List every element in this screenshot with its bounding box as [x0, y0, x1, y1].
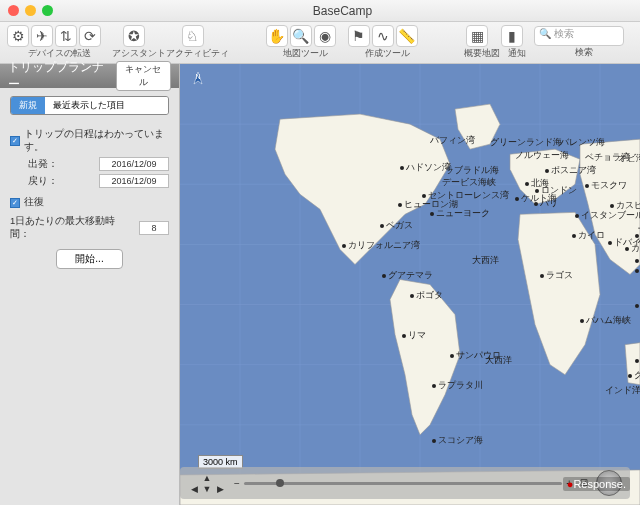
toolbar-label-activity: アクティビティ — [166, 48, 229, 60]
sync-icon[interactable]: ⇅ — [55, 25, 77, 47]
rocket-icon[interactable]: ✈ — [31, 25, 53, 47]
assistant-icon[interactable]: ✪ — [123, 25, 145, 47]
window-title: BaseCamp — [53, 4, 632, 18]
toolbar-label-assistant: アシスタント — [112, 48, 166, 60]
start-button[interactable]: 開始... — [56, 249, 122, 269]
return-field[interactable]: 2016/12/09 — [99, 174, 169, 188]
sidebar: トリッププランナー キャンセル 新規 最近表示した項目 ✓トリップの日程はわかっ… — [0, 64, 180, 505]
return-label: 戻り： — [28, 175, 95, 188]
summary-icon[interactable]: ▦ — [466, 25, 488, 47]
close-window[interactable] — [8, 5, 19, 16]
path-icon[interactable]: ∿ — [372, 25, 394, 47]
toolbar-label-search: 検索 — [575, 47, 593, 59]
notify-icon[interactable]: ▮ — [501, 25, 523, 47]
search-input[interactable]: 🔍 検索 — [534, 26, 624, 46]
map-canvas[interactable]: N バフィン湾グリーンランド海バレンツ海ノルウェー海ベチョラ湾オビ湾ハドソン湾ラ… — [180, 64, 640, 505]
device-icon[interactable]: ⚙ — [7, 25, 29, 47]
compass-icon: N — [186, 70, 210, 94]
tab-recent[interactable]: 最近表示した項目 — [45, 97, 168, 114]
depart-field[interactable]: 2016/12/09 — [99, 157, 169, 171]
minimize-window[interactable] — [25, 5, 36, 16]
toolbar: ⚙ ✈ ⇅ ⟳ デバイスの転送 ✪ アシスタント ♘ アクティビティ ✋ 🔍 ◉… — [0, 22, 640, 64]
svg-text:N: N — [195, 73, 200, 80]
toolbar-label-summary: 概要地図 — [464, 48, 500, 60]
depart-label: 出発： — [28, 158, 95, 171]
zoom-slider[interactable] — [244, 482, 562, 485]
roundtrip-checkbox[interactable]: ✓ — [10, 198, 20, 208]
world-map — [180, 64, 640, 505]
schedule-label: トリップの日程はわかっています。 — [24, 128, 169, 154]
cancel-button[interactable]: キャンセル — [116, 61, 171, 91]
ruler-icon[interactable]: 📏 — [396, 25, 418, 47]
globe-icon[interactable]: ◉ — [314, 25, 336, 47]
toolbar-label-notify: 通知 — [508, 48, 526, 60]
roundtrip-label: 往復 — [24, 196, 169, 209]
sidebar-title: トリッププランナー — [8, 59, 108, 93]
schedule-checkbox[interactable]: ✓ — [10, 136, 20, 146]
watermark: ●Response. — [563, 477, 630, 491]
toolbar-label-maptools: 地図ツール — [283, 48, 328, 60]
zoom-out-icon[interactable]: − — [234, 478, 240, 489]
tab-new[interactable]: 新規 — [11, 97, 45, 114]
hand-icon[interactable]: ✋ — [266, 25, 288, 47]
toolbar-label-create: 作成ツール — [365, 48, 410, 60]
maxhours-label: 1日あたりの最大移動時間： — [10, 215, 135, 241]
zoom-window[interactable] — [42, 5, 53, 16]
search-icon[interactable]: 🔍 — [290, 25, 312, 47]
activity-icon[interactable]: ♘ — [182, 25, 204, 47]
pan-control[interactable]: ▲ ◀▼▶ — [188, 473, 226, 494]
maxhours-field[interactable]: 8 — [139, 221, 169, 235]
refresh-icon[interactable]: ⟳ — [79, 25, 101, 47]
flag-icon[interactable]: ⚑ — [348, 25, 370, 47]
